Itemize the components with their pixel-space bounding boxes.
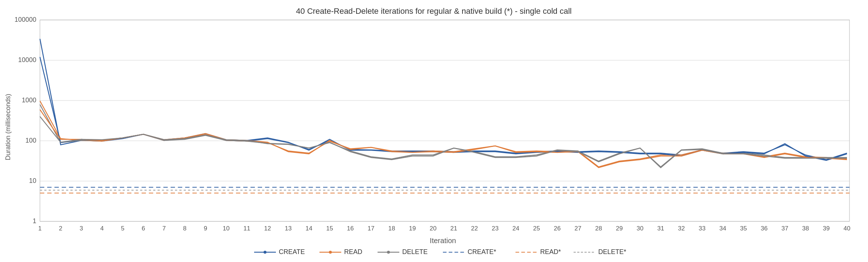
svg-text:39: 39 xyxy=(823,225,830,232)
chart-title: 40 Create-Read-Delete iterations for reg… xyxy=(296,7,571,16)
svg-rect-0 xyxy=(0,0,868,262)
svg-text:4: 4 xyxy=(100,225,103,232)
svg-text:7: 7 xyxy=(162,225,166,232)
legend-read-star-label: READ* xyxy=(540,248,561,255)
svg-text:21: 21 xyxy=(451,225,457,232)
svg-text:1: 1 xyxy=(33,217,36,225)
svg-text:1: 1 xyxy=(38,225,41,232)
svg-text:32: 32 xyxy=(678,225,685,232)
svg-text:23: 23 xyxy=(492,225,499,232)
svg-text:100000: 100000 xyxy=(15,16,36,23)
svg-text:33: 33 xyxy=(699,225,706,232)
svg-text:13: 13 xyxy=(285,225,292,232)
svg-text:28: 28 xyxy=(595,225,602,232)
svg-text:10: 10 xyxy=(223,225,230,232)
svg-text:6: 6 xyxy=(142,225,145,232)
svg-text:24: 24 xyxy=(513,225,519,232)
svg-text:12: 12 xyxy=(264,225,271,232)
svg-text:3: 3 xyxy=(80,225,83,232)
svg-text:22: 22 xyxy=(471,225,478,232)
svg-text:25: 25 xyxy=(533,225,540,232)
svg-text:14: 14 xyxy=(306,225,313,232)
svg-text:9: 9 xyxy=(204,225,207,232)
svg-point-55 xyxy=(264,251,266,254)
svg-point-57 xyxy=(329,251,332,254)
x-axis-title: Iteration xyxy=(430,237,456,245)
svg-text:26: 26 xyxy=(554,225,561,232)
svg-text:30: 30 xyxy=(637,225,644,232)
svg-text:15: 15 xyxy=(326,225,333,232)
svg-point-59 xyxy=(387,251,390,254)
chart-container: 40 Create-Read-Delete iterations for reg… xyxy=(0,0,868,262)
svg-text:38: 38 xyxy=(802,225,809,232)
svg-text:11: 11 xyxy=(244,225,250,232)
svg-text:34: 34 xyxy=(720,225,726,232)
svg-text:27: 27 xyxy=(575,225,582,232)
svg-text:20: 20 xyxy=(430,225,437,232)
svg-text:10: 10 xyxy=(29,177,36,184)
legend-read-label: READ xyxy=(344,248,362,255)
svg-text:10000: 10000 xyxy=(18,56,36,64)
svg-text:36: 36 xyxy=(761,225,768,232)
legend-delete-star-label: DELETE* xyxy=(598,248,626,255)
svg-text:1000: 1000 xyxy=(22,97,36,104)
svg-text:2: 2 xyxy=(59,225,62,232)
svg-text:31: 31 xyxy=(657,225,664,232)
svg-text:37: 37 xyxy=(782,225,788,232)
svg-text:100: 100 xyxy=(25,137,36,144)
svg-text:40: 40 xyxy=(844,225,851,232)
svg-text:17: 17 xyxy=(368,225,375,232)
legend-create-label: CREATE xyxy=(279,248,305,255)
legend-delete-label: DELETE xyxy=(402,248,428,255)
svg-text:29: 29 xyxy=(616,225,623,232)
svg-text:35: 35 xyxy=(740,225,747,232)
svg-text:8: 8 xyxy=(183,225,186,232)
svg-text:18: 18 xyxy=(388,225,395,232)
legend-create-star-label: CREATE* xyxy=(468,248,496,255)
y-axis-title: Duration (milliseconds) xyxy=(4,94,12,160)
svg-text:16: 16 xyxy=(347,225,354,232)
svg-text:5: 5 xyxy=(121,225,124,232)
svg-text:19: 19 xyxy=(409,225,416,232)
